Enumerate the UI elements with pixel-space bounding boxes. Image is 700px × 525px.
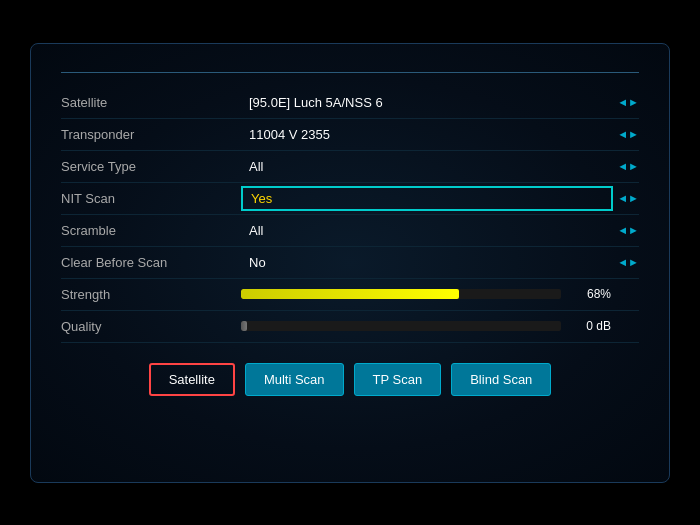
value-nit-scan: Yes: [241, 186, 613, 211]
blind-scan-btn[interactable]: Blind Scan: [451, 363, 551, 396]
value-scramble: All: [241, 219, 613, 242]
value-container-scramble: All◄►: [241, 219, 639, 242]
settings-rows: Satellite[95.0E] Luch 5A/NSS 6◄►Transpon…: [61, 87, 639, 343]
progress-fill-quality: [241, 321, 247, 331]
label-strength: Strength: [61, 287, 241, 302]
scan-buttons-row: SatelliteMulti ScanTP ScanBlind Scan: [61, 363, 639, 396]
row-clear-before-scan[interactable]: Clear Before ScanNo◄►: [61, 247, 639, 279]
value-service-type: All: [241, 155, 613, 178]
value-container-service-type: All◄►: [241, 155, 639, 178]
value-satellite: [95.0E] Luch 5A/NSS 6: [241, 91, 613, 114]
tp-scan-btn[interactable]: TP Scan: [354, 363, 442, 396]
screen-title: [61, 64, 639, 73]
multi-scan-btn[interactable]: Multi Scan: [245, 363, 344, 396]
value-container-quality: 0 dB: [241, 319, 639, 333]
arrow-clear-before-scan[interactable]: ◄►: [617, 256, 639, 268]
progress-label-strength: 68%: [571, 287, 611, 301]
arrow-nit-scan[interactable]: ◄►: [617, 192, 639, 204]
value-container-satellite: [95.0E] Luch 5A/NSS 6◄►: [241, 91, 639, 114]
row-service-type[interactable]: Service TypeAll◄►: [61, 151, 639, 183]
value-clear-before-scan: No: [241, 251, 613, 274]
arrow-satellite[interactable]: ◄►: [617, 96, 639, 108]
label-service-type: Service Type: [61, 159, 241, 174]
value-container-clear-before-scan: No◄►: [241, 251, 639, 274]
row-scramble[interactable]: ScrambleAll◄►: [61, 215, 639, 247]
arrow-transponder[interactable]: ◄►: [617, 128, 639, 140]
progress-fill-strength: [241, 289, 459, 299]
label-clear-before-scan: Clear Before Scan: [61, 255, 241, 270]
progress-label-quality: 0 dB: [571, 319, 611, 333]
arrow-scramble[interactable]: ◄►: [617, 224, 639, 236]
arrow-service-type[interactable]: ◄►: [617, 160, 639, 172]
progress-bg-quality: [241, 321, 561, 331]
satellite-btn[interactable]: Satellite: [149, 363, 235, 396]
label-transponder: Transponder: [61, 127, 241, 142]
value-container-strength: 68%: [241, 287, 639, 301]
value-container-transponder: 11004 V 2355◄►: [241, 123, 639, 146]
label-nit-scan: NIT Scan: [61, 191, 241, 206]
progress-quality: 0 dB: [241, 319, 639, 333]
row-transponder[interactable]: Transponder11004 V 2355◄►: [61, 119, 639, 151]
progress-strength: 68%: [241, 287, 639, 301]
satellite-search-screen: Satellite[95.0E] Luch 5A/NSS 6◄►Transpon…: [30, 43, 670, 483]
row-quality: Quality0 dB: [61, 311, 639, 343]
row-nit-scan[interactable]: NIT ScanYes◄►: [61, 183, 639, 215]
value-container-nit-scan: Yes◄►: [241, 186, 639, 211]
value-transponder: 11004 V 2355: [241, 123, 613, 146]
row-satellite[interactable]: Satellite[95.0E] Luch 5A/NSS 6◄►: [61, 87, 639, 119]
label-satellite: Satellite: [61, 95, 241, 110]
label-quality: Quality: [61, 319, 241, 334]
progress-bg-strength: [241, 289, 561, 299]
row-strength: Strength68%: [61, 279, 639, 311]
label-scramble: Scramble: [61, 223, 241, 238]
